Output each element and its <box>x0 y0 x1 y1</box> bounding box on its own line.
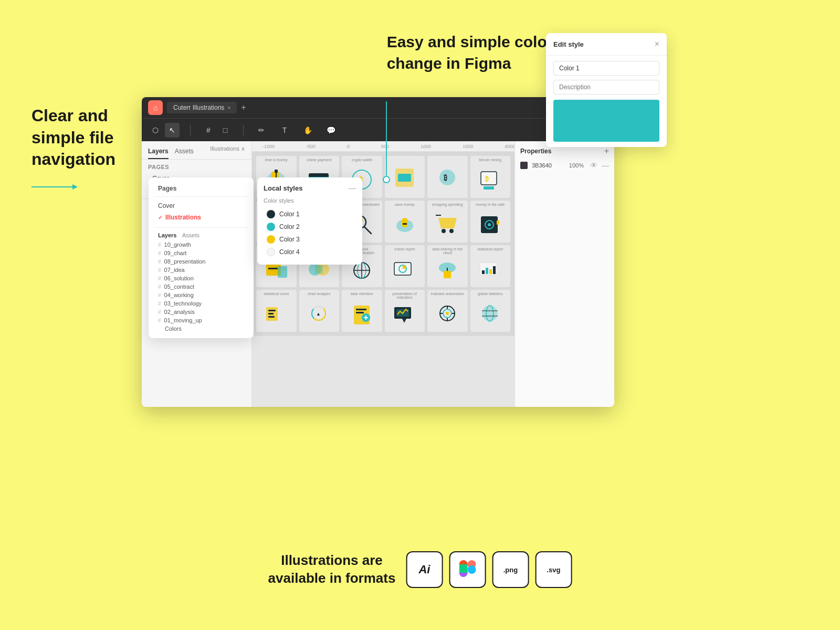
toolbar-divider-1 <box>190 125 191 135</box>
lp-02anal[interactable]: #02_analysis <box>154 308 248 316</box>
edit-style-color-preview[interactable] <box>553 100 659 142</box>
svg-rect-2 <box>275 170 278 173</box>
layers-assets-tabs: Layers Assets <box>154 232 248 238</box>
properties-add-btn[interactable]: + <box>604 146 609 156</box>
color-chip[interactable] <box>520 162 528 169</box>
svg-rect-63 <box>268 316 275 318</box>
edit-style-title: Edit style <box>553 40 584 48</box>
visibility-icon[interactable]: 👁 <box>590 161 597 170</box>
svg-rect-45 <box>315 265 323 274</box>
toolbar-shape-btn[interactable]: □ <box>218 123 233 138</box>
tab-close-btn[interactable]: × <box>227 105 230 111</box>
svg-rect-53 <box>444 271 451 278</box>
pages-panel-illustrations[interactable]: ✓ Illustrations <box>154 212 248 223</box>
color-row: 3B3640 100% 👁 — <box>520 161 609 170</box>
layers-tab[interactable]: Layers <box>148 145 169 159</box>
color-style-2[interactable]: Color 2 <box>264 220 356 233</box>
ruler-label-500: 500 <box>381 144 389 149</box>
illus-presentation-indicators: presentation of indicators <box>385 290 425 332</box>
ruler-label-neg1000: -1000 <box>262 144 275 149</box>
figma-home-icon[interactable]: ⌂ <box>148 100 163 115</box>
layers-tab-label[interactable]: Layers <box>158 232 176 238</box>
illus-data-retention: data retention <box>342 290 382 332</box>
svg-rect-69 <box>356 309 366 310</box>
assets-tab-label[interactable]: Assets <box>182 232 200 238</box>
toolbar-text-btn[interactable]: T <box>277 123 292 138</box>
format-badge-svg: .svg <box>535 551 572 588</box>
ruler-label-neg500: -500 <box>306 144 316 149</box>
lp-10growth[interactable]: #10_growth <box>154 240 248 249</box>
toolbar-comment-btn[interactable]: 💬 <box>323 123 338 138</box>
toolbar-move-btn[interactable]: ↖ <box>165 123 180 138</box>
figma-tab[interactable]: Cuterr Illustrations × <box>167 102 237 113</box>
format-badge-png: .png <box>492 551 529 588</box>
left-heading: Clear and simple file navigation <box>32 105 116 171</box>
color-dot-4 <box>267 248 275 256</box>
svg-rect-57 <box>486 268 488 274</box>
svg-line-28 <box>364 227 371 234</box>
toolbar-pen-btn[interactable]: ✏ <box>254 123 269 138</box>
local-styles-panel: Local styles — Color styles Color 1 Colo… <box>257 177 362 265</box>
add-tab-btn[interactable]: + <box>241 103 246 112</box>
illus-chart-analysis: chart analysis ▲ <box>299 290 340 332</box>
local-styles-close-btn[interactable]: — <box>349 184 356 192</box>
lp-04work[interactable]: #04_working <box>154 291 248 299</box>
lp-colors[interactable]: ⠿Colors <box>154 324 248 333</box>
ruler-label-4000: 4000 <box>505 144 514 149</box>
color-style-name-1: Color 1 <box>279 211 300 218</box>
lp-07idea[interactable]: #07_idea <box>154 266 248 274</box>
svg-label: .svg <box>547 566 560 574</box>
illustrations-dropdown[interactable]: Illustrations ∧ <box>210 145 245 159</box>
pages-panel-cover[interactable]: Cover <box>154 200 248 212</box>
svg-rect-18 <box>481 172 497 185</box>
lp-08pres[interactable]: #08_presentation <box>154 257 248 266</box>
toolbar-select-btn[interactable]: ⬡ <box>148 123 163 138</box>
connector-dot <box>383 176 390 183</box>
hide-icon[interactable]: — <box>602 161 609 170</box>
color-dot-2 <box>267 223 275 231</box>
assets-tab[interactable]: Assets <box>175 145 194 159</box>
color-style-3[interactable]: Color 3 <box>264 233 356 246</box>
bottom-section: Illustrations are available in formats A… <box>268 551 572 588</box>
local-styles-title: Local styles <box>264 184 302 192</box>
bottom-text: Illustrations are available in formats <box>268 552 396 587</box>
canvas-ruler: -1000 -500 0 500 1000 1500 4000 <box>252 141 514 152</box>
lp-03tech[interactable]: #03_technology <box>154 299 248 308</box>
ai-label: Ai <box>418 563 430 576</box>
figma-toolbar: ⬡ ↖ # □ ✏ T ✋ 💬 <box>142 118 614 141</box>
svg-rect-91 <box>459 564 467 573</box>
svg-point-33 <box>449 229 454 233</box>
arrow-line <box>32 186 74 187</box>
toolbar-frame-btn[interactable]: # <box>201 123 216 138</box>
edit-style-description-input[interactable] <box>553 80 659 94</box>
color-style-name-2: Color 2 <box>279 223 300 230</box>
edit-style-header: Edit style × <box>546 33 667 56</box>
ruler-label-0: 0 <box>347 144 350 149</box>
pages-header: Pages <box>148 164 245 170</box>
svg-point-16 <box>439 170 455 185</box>
top-heading: Easy and simple color change in Figma <box>387 32 553 74</box>
svg-marker-76 <box>402 319 406 323</box>
svg-rect-31 <box>403 223 407 225</box>
toolbar-hand-btn[interactable]: ✋ <box>300 123 315 138</box>
lp-01move[interactable]: #01_moving_up <box>154 316 248 324</box>
illus-money-in-safe: money in the safe <box>470 201 511 243</box>
lp-05cont[interactable]: #05_contract <box>154 282 248 291</box>
local-styles-header: Local styles — <box>264 184 356 192</box>
toolbar-divider-2 <box>243 125 244 135</box>
color-style-4[interactable]: Color 4 <box>264 246 356 258</box>
edit-style-name-input[interactable] <box>553 61 659 76</box>
color-style-name-3: Color 3 <box>279 236 300 243</box>
connector-line <box>386 101 387 177</box>
svg-text:▲: ▲ <box>316 311 321 317</box>
lp-06sol[interactable]: #06_solution <box>154 274 248 282</box>
illus-shopping-spending: shopping spending <box>427 201 468 243</box>
edit-style-close-btn[interactable]: × <box>655 39 659 49</box>
layers-panel-section: Layers Assets #10_growth #09_chart #08_p… <box>154 227 248 333</box>
lp-09chart[interactable]: #09_chart <box>154 249 248 257</box>
format-badge-ai: Ai <box>406 551 443 588</box>
color-style-1[interactable]: Color 1 <box>264 208 356 220</box>
illus-global-statistics: global statistics <box>470 290 511 332</box>
illus-save-money: save money <box>385 201 425 243</box>
svg-point-84 <box>482 306 498 321</box>
